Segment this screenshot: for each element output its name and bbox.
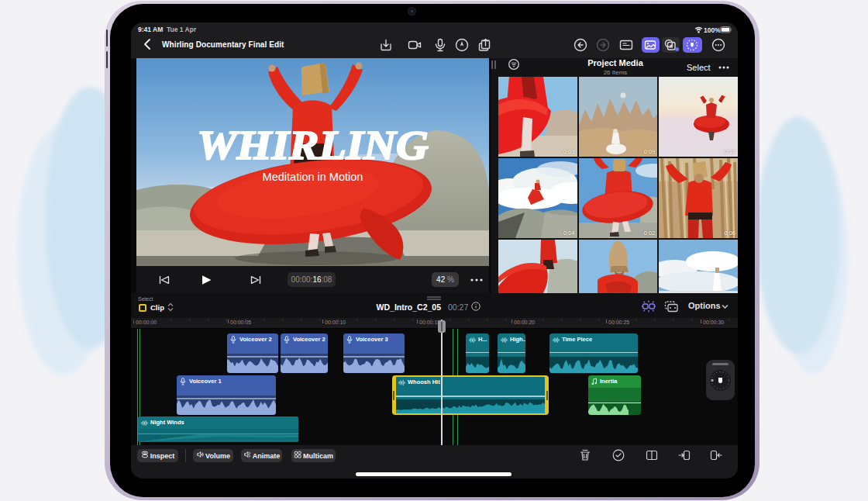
svg-text:100%: 100%	[704, 26, 721, 33]
